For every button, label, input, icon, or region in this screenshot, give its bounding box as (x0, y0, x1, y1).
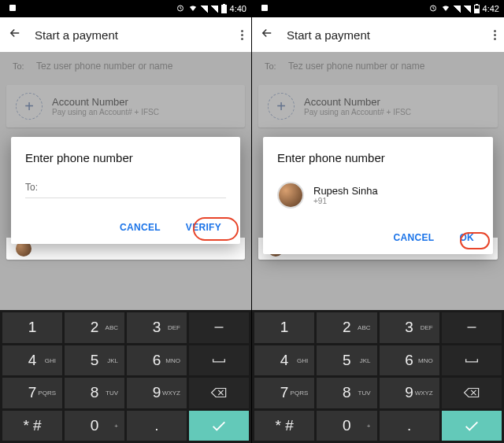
key-backspace[interactable] (189, 378, 249, 408)
signal-icon (454, 6, 461, 13)
svg-rect-2 (261, 5, 268, 11)
notification-icon (257, 3, 269, 14)
app-bar: Start a payment (0, 17, 251, 52)
app-bar: Start a payment (252, 17, 504, 52)
contact-row[interactable]: Rupesh Sinha +91 (277, 182, 479, 209)
signal-icon (464, 6, 471, 13)
numeric-keypad-left: 12ABC3DEF4GHI5JKL6MNO7PQRS8TUV9WXYZ* #0+… (0, 310, 251, 443)
back-icon[interactable] (260, 26, 274, 43)
dialog-input-row[interactable]: To: (25, 182, 226, 198)
page-title: Start a payment (35, 28, 228, 42)
key-0[interactable]: 0+ (317, 411, 376, 441)
dialog-actions: CANCEL VERIFY (25, 219, 226, 236)
clock-text: 4:40 (230, 4, 246, 13)
signal-icon (211, 6, 218, 13)
key-3[interactable]: 3DEF (127, 312, 187, 343)
key-dash[interactable] (189, 312, 249, 343)
key-dash[interactable] (442, 312, 502, 343)
key-5[interactable]: 5JKL (65, 345, 124, 376)
key-7[interactable]: 7PQRS (2, 378, 62, 408)
key-9[interactable]: 9WXYZ (380, 378, 439, 408)
status-bar: 4:40 (0, 0, 251, 17)
key-space[interactable] (442, 345, 502, 376)
wifi-icon (441, 3, 450, 14)
cancel-button[interactable]: CANCEL (389, 229, 439, 246)
key-3[interactable]: 3DEF (380, 312, 439, 343)
battery-icon (221, 5, 227, 13)
key-[interactable]: . (380, 411, 439, 441)
key-8[interactable]: 8TUV (317, 378, 376, 408)
overflow-menu-icon[interactable] (494, 30, 496, 40)
key-8[interactable]: 8TUV (65, 378, 124, 408)
key-6[interactable]: 6MNO (380, 345, 439, 376)
phone-right: 4:42 Start a payment To: Tez user phone … (252, 0, 504, 443)
dialog-actions: CANCEL OK (277, 229, 479, 246)
key-backspace[interactable] (442, 378, 502, 408)
key-[interactable]: * # (2, 411, 62, 441)
key-5[interactable]: 5JKL (317, 345, 376, 376)
key-2[interactable]: 2ABC (317, 312, 376, 343)
numeric-keypad-right: 12ABC3DEF4GHI5JKL6MNO7PQRS8TUV9WXYZ* #0+… (252, 310, 504, 443)
key-enter[interactable] (442, 411, 502, 441)
dialog-title: Enter phone number (25, 151, 226, 164)
contact-name: Rupesh Sinha (313, 185, 378, 197)
key-space[interactable] (189, 345, 249, 376)
verify-button[interactable]: VERIFY (181, 219, 226, 236)
dialog-title: Enter phone number (277, 151, 479, 164)
key-4[interactable]: 4GHI (2, 345, 62, 376)
key-enter[interactable] (189, 411, 249, 441)
to-label: To: (25, 182, 38, 193)
content-area: To: Tez user phone number or name + Acco… (252, 52, 504, 310)
key-1[interactable]: 1 (254, 312, 314, 343)
key-1[interactable]: 1 (2, 312, 62, 343)
battery-icon (474, 5, 480, 13)
signal-icon (201, 6, 208, 13)
contact-phone: +91 (313, 197, 378, 205)
wifi-icon (188, 3, 198, 14)
avatar (277, 182, 304, 209)
key-[interactable]: * # (254, 411, 314, 441)
phone-left: 4:40 Start a payment To: Tez user phone … (0, 0, 252, 443)
key-2[interactable]: 2ABC (65, 312, 124, 343)
back-icon[interactable] (8, 26, 22, 43)
notification-icon (5, 3, 17, 14)
svg-rect-0 (9, 5, 16, 11)
alarm-icon (428, 3, 438, 14)
key-6[interactable]: 6MNO (127, 345, 187, 376)
key-[interactable]: . (127, 411, 187, 441)
status-bar: 4:42 (252, 0, 504, 17)
key-9[interactable]: 9WXYZ (127, 378, 187, 408)
key-0[interactable]: 0+ (65, 411, 124, 441)
overflow-menu-icon[interactable] (241, 30, 243, 40)
alarm-icon (176, 3, 185, 14)
ok-button[interactable]: OK (454, 229, 479, 246)
clock-text: 4:42 (483, 4, 499, 13)
key-4[interactable]: 4GHI (254, 345, 314, 376)
cancel-button[interactable]: CANCEL (115, 219, 165, 236)
phone-dialog: Enter phone number Rupesh Sinha +91 CANC… (263, 137, 493, 254)
key-7[interactable]: 7PQRS (254, 378, 314, 408)
page-title: Start a payment (287, 28, 481, 42)
content-area: To: Tez user phone number or name + Acco… (0, 52, 251, 310)
phone-dialog: Enter phone number To: CANCEL VERIFY (11, 137, 240, 244)
